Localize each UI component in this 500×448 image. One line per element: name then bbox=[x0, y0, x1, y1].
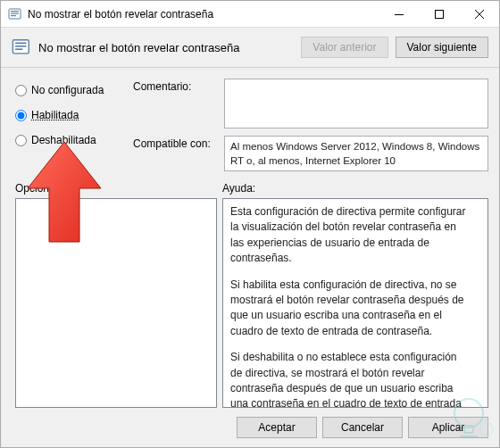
config-area: No configurada Habilitada Deshabilitada … bbox=[1, 73, 499, 180]
previous-setting-button[interactable]: Valor anterior bbox=[301, 37, 388, 58]
comment-textarea[interactable] bbox=[224, 79, 488, 129]
options-label: Opciones: bbox=[15, 182, 222, 195]
help-paragraph: Esta configuración de directiva permite … bbox=[230, 204, 468, 267]
next-setting-button[interactable]: Valor siguiente bbox=[396, 37, 489, 58]
apply-button[interactable]: Aplicar bbox=[408, 417, 488, 438]
policy-title: No mostrar el botón revelar contraseña bbox=[38, 41, 294, 54]
cancel-button[interactable]: Cancelar bbox=[322, 417, 403, 438]
ok-button[interactable]: Aceptar bbox=[237, 417, 317, 438]
radio-disabled-label: Deshabilitada bbox=[31, 134, 96, 146]
dialog-footer: Aceptar Cancelar Aplicar bbox=[1, 408, 499, 447]
radio-not-configured[interactable]: No configurada bbox=[15, 84, 122, 96]
svg-rect-10 bbox=[15, 46, 26, 47]
svg-rect-4 bbox=[395, 14, 404, 15]
radio-enabled-label: Habilitada bbox=[31, 109, 79, 121]
help-paragraph: Si deshabilita o no establece esta confi… bbox=[230, 350, 468, 408]
help-paragraph: Si habilita esta configuración de direct… bbox=[230, 278, 468, 340]
comment-row: Comentario: bbox=[133, 79, 488, 129]
svg-rect-2 bbox=[11, 12, 19, 13]
divider bbox=[1, 67, 499, 68]
window-title: No mostrar el botón revelar contraseña bbox=[28, 8, 379, 21]
options-pane bbox=[15, 198, 217, 408]
minimize-button[interactable] bbox=[379, 1, 419, 28]
lower-panes: Esta configuración de directiva permite … bbox=[1, 198, 499, 408]
svg-rect-3 bbox=[11, 15, 16, 16]
policy-editor-window: No mostrar el botón revelar contraseña N… bbox=[0, 0, 500, 448]
state-radios: No configurada Habilitada Deshabilitada bbox=[15, 79, 122, 175]
maximize-button[interactable] bbox=[419, 1, 459, 28]
svg-rect-9 bbox=[15, 43, 26, 45]
radio-not-configured-input[interactable] bbox=[15, 85, 27, 96]
supported-textbox: Al menos Windows Server 2012, Windows 8,… bbox=[224, 136, 488, 171]
policy-icon bbox=[12, 37, 31, 57]
help-label: Ayuda: bbox=[222, 182, 255, 195]
radio-disabled[interactable]: Deshabilitada bbox=[15, 134, 122, 146]
supported-label: Compatible con: bbox=[133, 136, 219, 171]
svg-rect-5 bbox=[435, 10, 443, 18]
policy-icon bbox=[8, 7, 22, 21]
svg-rect-1 bbox=[11, 11, 19, 12]
supported-row: Compatible con: Al menos Windows Server … bbox=[133, 136, 488, 171]
titlebar: No mostrar el botón revelar contraseña bbox=[1, 1, 499, 28]
radio-enabled-input[interactable] bbox=[15, 110, 27, 121]
radio-disabled-input[interactable] bbox=[15, 135, 27, 146]
radio-not-configured-label: No configurada bbox=[31, 84, 104, 96]
radio-enabled[interactable]: Habilitada bbox=[15, 109, 122, 121]
svg-rect-11 bbox=[15, 48, 22, 50]
header-row: No mostrar el botón revelar contraseña V… bbox=[1, 28, 499, 67]
help-pane[interactable]: Esta configuración de directiva permite … bbox=[222, 198, 488, 408]
pane-labels: Opciones: Ayuda: bbox=[1, 180, 499, 198]
comment-label: Comentario: bbox=[133, 79, 219, 129]
close-button[interactable] bbox=[459, 1, 499, 28]
